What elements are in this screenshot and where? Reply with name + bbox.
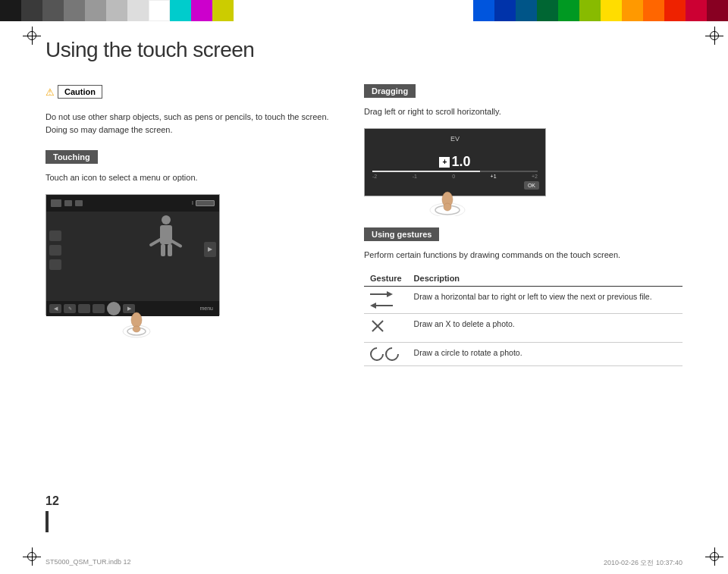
gestures-intro: Perform certain functions by drawing com… <box>364 249 682 262</box>
cam-right-button: ▶ <box>204 242 216 257</box>
ev-ok-button[interactable]: OK <box>524 181 539 190</box>
circle-arrow-left <box>367 344 386 363</box>
x-delete-icon <box>370 318 385 334</box>
ev-display-container: EV + 1.0 -2 -1 0 <box>364 128 682 196</box>
dragging-label: Dragging <box>364 84 416 98</box>
caution-icon: ⚠ <box>46 86 55 98</box>
left-column: ⚠ Caution Do not use other sharp objects… <box>46 83 334 315</box>
page-bar <box>46 511 49 532</box>
touching-section: Touching Touch an icon to select a menu … <box>46 149 334 315</box>
gesture-desc-3: Draw a circle to rotate a photo. <box>408 342 682 365</box>
cam-btn-round <box>107 302 121 315</box>
cam-right-arrow: ▶ <box>208 246 212 252</box>
table-row: Draw a horizontal bar to right or left t… <box>364 287 682 314</box>
ev-number: 1.0 <box>451 154 470 170</box>
ev-num-p2: +2 <box>532 174 538 179</box>
page-number: 12 <box>46 494 59 508</box>
gesture-icon-arrows <box>364 287 408 314</box>
camera-ui-container: I <box>46 194 334 315</box>
footer-right: 2010-02-26 오전 10:37:40 <box>604 558 682 568</box>
touch-gesture <box>121 297 163 342</box>
color-bar <box>0 0 728 21</box>
footer-left: ST5000_QSM_TUR.indb 12 <box>46 558 131 568</box>
person-legs <box>155 244 177 256</box>
ev-fill <box>372 171 480 172</box>
drag-finger-icon <box>425 178 478 216</box>
person-body <box>160 225 172 244</box>
svg-point-3 <box>133 326 140 332</box>
touching-label: Touching <box>46 150 98 164</box>
ev-value: + 1.0 <box>439 154 470 170</box>
ev-track <box>372 171 538 172</box>
ev-num-m2: -2 <box>372 174 377 179</box>
gesture-icon-circles <box>364 342 408 365</box>
touching-text: Touch an icon to select a menu or option… <box>46 171 334 185</box>
gesture-icon-x <box>364 314 408 343</box>
svg-point-7 <box>444 203 451 211</box>
cam-menu-label: menu <box>199 306 216 311</box>
gesture-table: Gesture Description Draw a horizontal ba… <box>364 271 682 366</box>
person-leg-right <box>168 244 172 256</box>
ev-plus-icon: + <box>439 157 450 168</box>
drag-gesture <box>425 178 478 219</box>
cam-btn-2 <box>49 245 61 256</box>
cam-icon-3 <box>75 200 83 206</box>
ev-num-m1: -1 <box>413 174 417 179</box>
person-leg-left <box>161 244 165 256</box>
cam-btn-menu2 <box>93 304 105 313</box>
cam-icon-1 <box>51 199 61 207</box>
caution-label: Caution <box>58 85 102 99</box>
person-silhouette <box>155 215 177 261</box>
finger-touch-icon <box>121 297 163 339</box>
cam-btn-menu1 <box>78 304 90 313</box>
arrow-right-icon <box>370 291 393 297</box>
camera-top-bar: I <box>46 195 219 212</box>
cam-icon-2 <box>64 200 72 206</box>
gesture-desc-1: Draw a horizontal bar to right or left t… <box>408 287 682 314</box>
circle-arrow-right <box>382 344 401 363</box>
person-head <box>162 215 171 224</box>
arrow-left-icon <box>370 303 393 309</box>
page-title: Using the touch screen <box>46 38 682 62</box>
cam-btn-edit: ✎ <box>64 304 76 313</box>
camera-main-area: ▶ <box>46 212 219 301</box>
footer: ST5000_QSM_TUR.indb 12 2010-02-26 오전 10:… <box>46 558 682 568</box>
dragging-section: Dragging Drag left or right to scroll ho… <box>364 83 682 196</box>
gestures-label: Using gestures <box>364 227 439 241</box>
cam-btn-1 <box>49 231 61 241</box>
table-row: Draw an X to delete a photo. <box>364 314 682 343</box>
col-gesture: Gesture <box>364 271 408 287</box>
svg-point-2 <box>131 312 142 328</box>
col-description: Description <box>408 271 682 287</box>
right-column: Dragging Drag left or right to scroll ho… <box>364 83 682 366</box>
caution-box: ⚠ Caution <box>46 83 334 99</box>
circle-rotate-icon <box>370 347 402 361</box>
cam-side-buttons <box>49 231 61 270</box>
cam-btn-3 <box>49 259 61 270</box>
ev-label: EV <box>450 135 460 143</box>
ev-num-p1: +1 <box>491 174 497 179</box>
page-number-area: 12 <box>46 494 59 532</box>
gestures-section: Using gestures Perform certain functions… <box>364 227 682 366</box>
dragging-text: Drag left or right to scroll horizontall… <box>364 105 682 119</box>
cam-btn-left: ◀ <box>49 304 61 313</box>
table-row: Draw a circle to rotate a photo. <box>364 342 682 365</box>
gesture-desc-2: Draw an X to delete a photo. <box>408 314 682 343</box>
main-content: Using the touch screen ⚠ Caution Do not … <box>46 38 682 529</box>
caution-text: Do not use other sharp objects, such as … <box>46 111 334 136</box>
